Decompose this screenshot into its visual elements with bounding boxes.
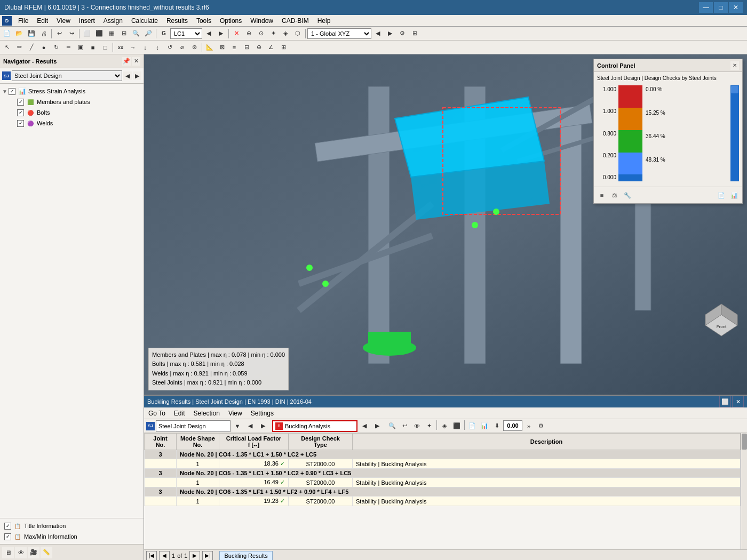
menu-file[interactable]: File [14,16,33,26]
maximize-button[interactable]: □ [714,2,728,13]
tb-settings[interactable]: ⚙ [396,28,408,39]
v-scrollbar[interactable] [741,433,747,549]
lc-select[interactable]: LC1 [170,28,202,39]
pg-prev[interactable]: ◀ [159,551,170,561]
tb-open[interactable]: 📂 [13,28,25,39]
tb-g[interactable]: G [158,28,170,39]
nav-tb1[interactable]: 🖥 [2,547,14,558]
menu-window[interactable]: Window [246,16,277,26]
tb-save[interactable]: 💾 [26,28,37,39]
tb2-cursor[interactable]: ↖ [1,42,13,53]
tb2-load1[interactable]: ↓ [139,42,151,53]
nav-item-welds[interactable]: ▶ ✓ 🟣 Welds [0,118,144,129]
rpt-btn6[interactable]: ⬛ [451,420,463,432]
tb-view4[interactable]: ⊞ [118,28,130,39]
cp-export2[interactable]: 📊 [728,189,740,201]
menu-tools[interactable]: Tools [192,16,216,26]
tb2-rotate[interactable]: ↻ [50,42,62,53]
xyz-select[interactable]: 1 - Global XYZ [307,28,371,39]
tb-zoom-in[interactable]: 🔍 [130,28,142,39]
cp-export1[interactable]: 📄 [716,189,727,201]
rp-left-prev[interactable]: ◀ [244,420,256,432]
expand-icon[interactable]: ▼ [2,89,9,94]
nav-item-title-info[interactable]: ✓ 📋 Title Information [2,521,141,531]
rp-menu-selection[interactable]: Selection [192,409,222,418]
nav-next[interactable]: ▶ [133,71,141,80]
rp-menu-edit[interactable]: Edit [172,409,187,418]
menu-results[interactable]: Results [162,16,192,26]
nav-tb3[interactable]: 🎥 [28,547,39,558]
tb-delete[interactable]: ✕ [231,28,242,39]
rpt-btn5[interactable]: ◈ [439,420,450,432]
menu-assign[interactable]: Assign [99,16,127,26]
checkbox-members[interactable]: ✓ [17,99,24,106]
tb2-line[interactable]: ╱ [26,42,37,53]
rp-menu-settings[interactable]: Settings [249,409,276,418]
rp-right-prev[interactable]: ◀ [359,420,370,432]
tb-xyz-prev[interactable]: ◀ [372,28,384,39]
tb-more3[interactable]: ✦ [267,28,279,39]
rp-left-next[interactable]: ▶ [257,420,269,432]
v-scrollbar-thumb[interactable] [742,434,747,450]
nav-item-stress-strain[interactable]: ▼ ✓ 📊 Stress-Strain Analysis [0,86,144,97]
tb-nav-next[interactable]: ▶ [215,28,227,39]
tb2-load2[interactable]: ↕ [152,42,163,53]
nav-tb4[interactable]: 📏 [41,547,52,558]
nav-tb2[interactable]: 👁 [15,547,27,558]
nav-item-members-plates[interactable]: ▶ ✓ 🟩 Members and plates [0,97,144,107]
blue-slider-thumb[interactable] [731,86,738,93]
menu-insert[interactable]: Insert [75,16,99,26]
tb2-xx[interactable]: xx [115,42,126,53]
menu-view[interactable]: View [52,16,75,26]
tb2-pencil[interactable]: ✏ [13,42,25,53]
tb2-angle[interactable]: ∠ [265,42,277,53]
rpt-btn1[interactable]: 🔍 [386,420,398,432]
menu-edit[interactable]: Edit [33,16,52,26]
cp-btn2[interactable]: ⚖ [609,189,621,201]
nav-prev[interactable]: ◀ [123,71,132,80]
tb-xyz-next[interactable]: ▶ [384,28,396,39]
rpt-btn11[interactable]: ⚙ [535,420,547,432]
tb-undo[interactable]: ↩ [53,28,65,39]
checkbox-stress-strain[interactable]: ✓ [9,88,15,95]
tb2-surface[interactable]: ▣ [75,42,86,53]
checkbox-welds[interactable]: ✓ [17,120,24,127]
cp-btn1[interactable]: ≡ [596,189,608,201]
menu-calculate[interactable]: Calculate [127,16,162,26]
cp-close[interactable]: ✕ [730,61,739,70]
tb2-align2[interactable]: ⊟ [241,42,252,53]
checkbox-title-info[interactable]: ✓ [4,523,11,530]
pg-first[interactable]: |◀ [146,551,157,561]
tb-new[interactable]: 📄 [1,28,13,39]
nav-item-maxmin-info[interactable]: ✓ 📋 Max/Min Information [2,531,141,542]
rp-right-dropdown[interactable]: B Buckling Analysis [272,420,357,432]
tb-view3[interactable]: ▦ [106,28,117,39]
checkbox-bolts[interactable]: ✓ [17,109,24,116]
tb-print[interactable]: 🖨 [38,28,50,39]
tb2-arrow[interactable]: → [127,42,139,53]
tb2-dim[interactable]: ⊞ [277,42,289,53]
results-table-scroll[interactable]: JointNo. Mode ShapeNo. Critical Load Fac… [144,433,747,549]
tb-view1[interactable]: ⬜ [81,28,93,39]
tb2-member[interactable]: ━ [62,42,74,53]
menu-cadbim[interactable]: CAD-BIM [277,16,313,26]
rp-right-next[interactable]: ▶ [371,420,383,432]
rpt-btn4[interactable]: ✦ [423,420,435,432]
rpt-btn3[interactable]: 👁 [411,420,423,432]
tb-view2[interactable]: ⬛ [93,28,105,39]
rpt-btn7[interactable]: 📄 [466,420,478,432]
tb2-align1[interactable]: ≡ [228,42,240,53]
tb2-scale[interactable]: ⊠ [216,42,228,53]
tb-grid-view[interactable]: ⊞ [409,28,420,39]
tb2-measure[interactable]: 📐 [204,42,216,53]
tb2-opening[interactable]: □ [99,42,111,53]
tb2-spring[interactable]: ⌀ [176,42,188,53]
nav-close[interactable]: ✕ [132,57,140,66]
pg-tab-label[interactable]: Buckling Results [219,551,272,561]
rp-close[interactable]: ✕ [732,396,744,407]
rpt-btn2[interactable]: ↩ [399,420,410,432]
tb-nav-prev[interactable]: ◀ [203,28,214,39]
rp-menu-view[interactable]: View [226,409,244,418]
tb-more2[interactable]: ⊙ [255,28,267,39]
rpt-btn10[interactable]: » [523,420,535,432]
